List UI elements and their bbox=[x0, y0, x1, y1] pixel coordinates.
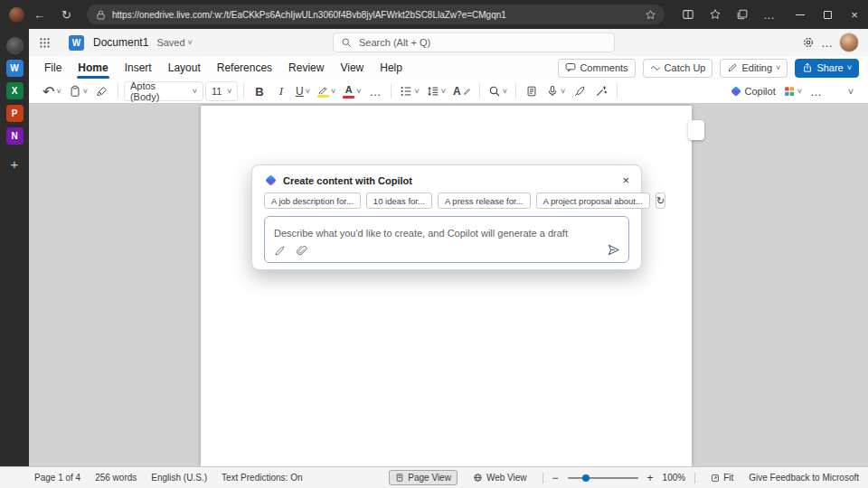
compose-pencil-icon[interactable] bbox=[274, 245, 286, 257]
highlight-color-button[interactable]: ˅ bbox=[315, 80, 338, 102]
browser-profile-icon[interactable] bbox=[9, 7, 24, 23]
format-painter-button[interactable] bbox=[92, 80, 112, 102]
font-color-letter: A bbox=[345, 85, 353, 95]
status-bar: Page 1 of 4 256 words English (U.S.) Tex… bbox=[0, 466, 868, 488]
fit-icon bbox=[711, 474, 720, 483]
feedback-link[interactable]: Give Feedback to Microsoft bbox=[749, 473, 859, 483]
language-status[interactable]: English (U.S.) bbox=[151, 473, 207, 483]
web-view-button[interactable]: Web View bbox=[467, 470, 533, 485]
review-pane-button[interactable] bbox=[522, 80, 542, 102]
find-button[interactable]: ˅ bbox=[486, 80, 510, 102]
toolbar-overflow-button[interactable]: … bbox=[807, 80, 826, 102]
sidebar-item-powerpoint[interactable]: P bbox=[6, 105, 24, 122]
sidebar-item-onenote[interactable]: N bbox=[6, 127, 24, 145]
italic-button[interactable]: I bbox=[271, 80, 291, 102]
paste-button[interactable]: ˅ bbox=[66, 80, 90, 102]
word-count-status[interactable]: 256 words bbox=[95, 473, 137, 483]
settings-gear-icon[interactable] bbox=[802, 36, 815, 49]
suggestion-chip[interactable]: A project proposal about... bbox=[536, 192, 650, 209]
underline-button[interactable]: U˅ bbox=[293, 80, 313, 102]
tab-help[interactable]: Help bbox=[372, 57, 410, 80]
zoom-out-button[interactable]: − bbox=[552, 473, 559, 483]
share-button[interactable]: Share ˅ bbox=[795, 59, 859, 78]
address-bar[interactable]: https://onedrive.live.com/:w:/t/EaCKkPs6… bbox=[87, 5, 665, 24]
auto-format-button[interactable] bbox=[591, 80, 611, 102]
search-box[interactable] bbox=[333, 33, 615, 52]
maximize-button[interactable] bbox=[814, 0, 841, 29]
saved-status[interactable]: Saved bbox=[156, 37, 184, 48]
font-color-button[interactable]: A ˅ bbox=[340, 80, 363, 102]
text-predictions-status[interactable]: Text Predictions: On bbox=[222, 473, 302, 483]
suggestion-chip[interactable]: A job description for... bbox=[264, 192, 361, 209]
maximize-icon bbox=[824, 11, 832, 19]
header-more-button[interactable]: … bbox=[821, 36, 833, 50]
close-button[interactable]: × bbox=[841, 0, 868, 29]
favorites-button[interactable] bbox=[703, 3, 727, 27]
zoom-in-button[interactable]: + bbox=[647, 473, 654, 483]
suggestion-chip[interactable]: A press release for... bbox=[438, 192, 531, 209]
browser-menu-button[interactable]: … bbox=[757, 3, 781, 27]
tab-insert[interactable]: Insert bbox=[117, 57, 160, 80]
minimize-button[interactable] bbox=[787, 0, 814, 29]
fit-button[interactable]: Fit bbox=[704, 470, 740, 485]
margin-flyout-button[interactable] bbox=[688, 120, 704, 140]
font-size-value: 11 bbox=[212, 86, 222, 97]
document-title[interactable]: Document1 bbox=[93, 36, 148, 49]
collections-button[interactable] bbox=[730, 3, 754, 27]
copilot-dialog-title: Create content with Copilot bbox=[283, 175, 412, 186]
copilot-prompt-input[interactable]: Describe what you'd like to create, and … bbox=[264, 216, 629, 263]
excel-logo-letter: X bbox=[12, 86, 18, 96]
add-ins-button[interactable]: ˅ bbox=[780, 80, 805, 102]
tab-home[interactable]: Home bbox=[70, 57, 116, 80]
sidebar-add-button[interactable]: + bbox=[11, 157, 19, 171]
suggestion-chip[interactable]: 10 ideas for... bbox=[366, 192, 432, 209]
ribbon-collapse-button[interactable]: ˅ bbox=[841, 80, 861, 102]
editing-mode-dropdown[interactable]: Editing ˅ bbox=[720, 59, 788, 78]
refresh-suggestions-button[interactable]: ↻ bbox=[656, 192, 665, 209]
window-controls: × bbox=[787, 0, 868, 29]
sidebar-item-m365[interactable] bbox=[6, 37, 24, 54]
styles-button[interactable]: A bbox=[450, 80, 474, 102]
sidebar-item-word[interactable]: W bbox=[6, 60, 24, 77]
editor-button[interactable] bbox=[570, 80, 590, 102]
comments-button[interactable]: Comments bbox=[558, 59, 635, 78]
app-launcher-button[interactable] bbox=[31, 29, 58, 56]
zoom-slider-thumb[interactable] bbox=[582, 474, 590, 482]
undo-button[interactable]: ↶˅ bbox=[40, 80, 64, 102]
word-logo[interactable]: W bbox=[69, 35, 84, 51]
bullets-button[interactable]: ˅ bbox=[397, 80, 421, 102]
tab-references[interactable]: References bbox=[209, 57, 280, 80]
favorites-star-icon[interactable] bbox=[645, 9, 656, 21]
attach-paperclip-icon[interactable] bbox=[296, 245, 307, 257]
catch-up-button[interactable]: Catch Up bbox=[643, 59, 713, 78]
star-icon bbox=[709, 8, 722, 21]
tab-review[interactable]: Review bbox=[280, 57, 332, 80]
close-icon[interactable]: × bbox=[622, 174, 629, 186]
tab-file[interactable]: File bbox=[36, 57, 70, 80]
zoom-level[interactable]: 100% bbox=[663, 473, 686, 483]
page-count-status[interactable]: Page 1 of 4 bbox=[34, 473, 80, 483]
refresh-button[interactable]: ↻ bbox=[54, 3, 79, 27]
tab-view[interactable]: View bbox=[332, 57, 372, 80]
sidebar-item-excel[interactable]: X bbox=[6, 82, 24, 99]
search-input[interactable] bbox=[357, 36, 607, 49]
copilot-button[interactable]: Copilot bbox=[727, 80, 778, 102]
font-overflow-button[interactable]: … bbox=[365, 80, 385, 102]
page-view-button[interactable]: Page View bbox=[389, 470, 458, 485]
bold-button[interactable]: B bbox=[250, 80, 269, 102]
dictate-button[interactable]: ˅ bbox=[543, 80, 568, 102]
font-name-dropdown[interactable]: Aptos (Body) ˅ bbox=[124, 81, 203, 101]
split-screen-button[interactable] bbox=[675, 3, 700, 27]
chevron-down-icon: ˅ bbox=[848, 87, 854, 97]
document-page[interactable] bbox=[201, 106, 692, 466]
tab-layout[interactable]: Layout bbox=[160, 57, 209, 80]
line-spacing-button[interactable]: ˅ bbox=[424, 80, 448, 102]
back-button[interactable]: ← bbox=[27, 3, 52, 27]
font-size-dropdown[interactable]: 11 ˅ bbox=[205, 81, 238, 101]
avatar[interactable] bbox=[839, 33, 859, 52]
chevron-down-icon[interactable]: ˅ bbox=[188, 39, 193, 47]
zoom-slider[interactable] bbox=[568, 473, 638, 483]
styles-letter: A bbox=[453, 85, 461, 98]
send-button[interactable] bbox=[607, 243, 620, 257]
divider bbox=[542, 473, 543, 483]
